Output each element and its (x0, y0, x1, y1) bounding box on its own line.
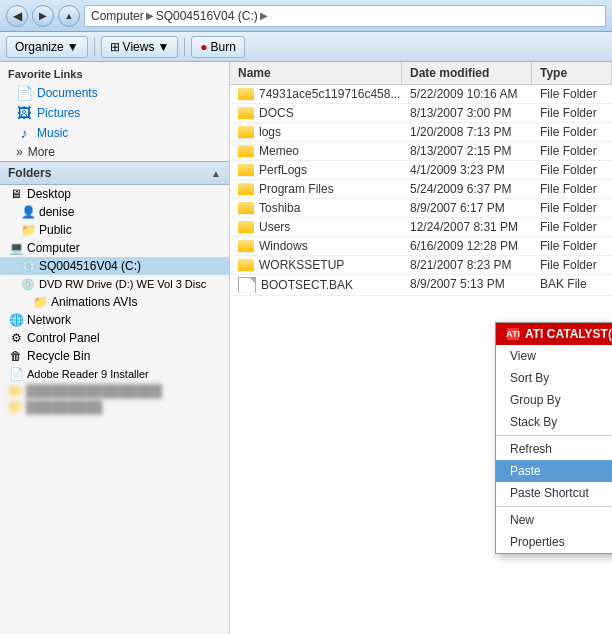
breadcrumb-sep2: ▶ (260, 10, 268, 21)
views-arrow: ▼ (157, 40, 169, 54)
dvd-label: DVD RW Drive (D:) WE Vol 3 Disc (39, 278, 206, 290)
blurred-label-1: ████████████████ (26, 384, 162, 398)
back-button[interactable]: ◀ (6, 5, 28, 27)
context-menu-item-paste-shortcut[interactable]: Paste Shortcut (496, 482, 612, 504)
toolbar-separator-1 (94, 38, 95, 56)
burn-button[interactable]: ● Burn (191, 36, 245, 58)
sidebar-item-adobe[interactable]: 📄 Adobe Reader 9 Installer (0, 365, 229, 383)
adobe-icon: 📄 (8, 366, 24, 382)
context-menu-title: ATI CATALYST(R) Control Center (525, 327, 612, 341)
sidebar-item-drive-c[interactable]: 💿 SQ004516V04 (C:) (0, 257, 229, 275)
network-icon: 🌐 (8, 312, 24, 328)
organize-label: Organize (15, 40, 64, 54)
context-menu-item-properties[interactable]: Properties (496, 531, 612, 553)
sidebar-item-computer[interactable]: 💻 Computer (0, 239, 229, 257)
organize-button[interactable]: Organize ▼ (6, 36, 88, 58)
public-folder-icon: 📁 (20, 222, 36, 238)
context-menu: ATI ATI CATALYST(R) Control Center View▶… (495, 322, 612, 554)
burn-label: Burn (211, 40, 236, 54)
context-menu-item-refresh[interactable]: Refresh (496, 438, 612, 460)
breadcrumb[interactable]: Computer ▶ SQ004516V04 (C:) ▶ (84, 5, 606, 27)
pictures-label: Pictures (37, 106, 80, 120)
views-button[interactable]: ⊞ Views ▼ (101, 36, 179, 58)
sidebar-item-documents[interactable]: 📄 Documents (0, 83, 229, 103)
context-menu-item-group-by[interactable]: Group By▶ (496, 389, 612, 411)
sidebar-item-pictures[interactable]: 🖼 Pictures (0, 103, 229, 123)
computer-label: Computer (27, 241, 80, 255)
context-item-label: Paste Shortcut (510, 486, 589, 500)
context-menu-item-stack-by[interactable]: Stack By▶ (496, 411, 612, 433)
animations-label: Animations AVIs (51, 295, 137, 309)
public-label: Public (39, 223, 72, 237)
folders-header[interactable]: Folders ▲ (0, 161, 229, 185)
sidebar-item-denise[interactable]: 👤 denise (0, 203, 229, 221)
control-panel-icon: ⚙ (8, 330, 24, 346)
desktop-label: Desktop (27, 187, 71, 201)
dvd-icon: 💿 (20, 276, 36, 292)
context-menu-item-new[interactable]: New▶ (496, 509, 612, 531)
music-icon: ♪ (16, 125, 32, 141)
drive-c-label: SQ004516V04 (C:) (39, 259, 141, 273)
context-menu-overlay[interactable]: ATI ATI CATALYST(R) Control Center View▶… (230, 62, 612, 634)
right-panel: Name Date modified Type 74931ace5c119716… (230, 62, 612, 634)
context-item-label: Refresh (510, 442, 552, 456)
animations-folder-icon: 📁 (32, 294, 48, 310)
sidebar-item-blurred-2[interactable]: 📁 █████████ (0, 399, 229, 415)
control-panel-label: Control Panel (27, 331, 100, 345)
breadcrumb-drive: SQ004516V04 (C:) (156, 9, 258, 23)
recycle-bin-icon: 🗑 (8, 348, 24, 364)
blurred-label-2: █████████ (26, 400, 103, 414)
sidebar-item-animations[interactable]: 📁 Animations AVIs (0, 293, 229, 311)
context-separator (496, 435, 612, 436)
user-icon: 👤 (20, 204, 36, 220)
context-menu-header: ATI ATI CATALYST(R) Control Center (496, 323, 612, 345)
music-label: Music (37, 126, 68, 140)
denise-label: denise (39, 205, 74, 219)
sidebar-item-control-panel[interactable]: ⚙ Control Panel (0, 329, 229, 347)
blurred-icon-1: 📁 (8, 384, 23, 398)
context-item-label: Properties (510, 535, 565, 549)
network-label: Network (27, 313, 71, 327)
folders-chevron-icon: ▲ (211, 168, 221, 179)
blurred-icon-2: 📁 (8, 400, 23, 414)
organize-arrow: ▼ (67, 40, 79, 54)
drive-c-icon: 💿 (20, 258, 36, 274)
context-menu-item-view[interactable]: View▶ (496, 345, 612, 367)
ati-icon: ATI (506, 327, 520, 341)
pictures-icon: 🖼 (16, 105, 32, 121)
more-label: More (28, 145, 55, 159)
recycle-label: Recycle Bin (27, 349, 90, 363)
context-items: View▶Sort By▶Group By▶Stack By▶RefreshPa… (496, 345, 612, 553)
sidebar-item-music[interactable]: ♪ Music (0, 123, 229, 143)
context-menu-item-sort-by[interactable]: Sort By▶ (496, 367, 612, 389)
sidebar-item-more[interactable]: » More (0, 143, 229, 161)
context-item-label: New (510, 513, 534, 527)
burn-icon: ● (200, 40, 207, 54)
breadcrumb-sep1: ▶ (146, 10, 154, 21)
sidebar-item-network[interactable]: 🌐 Network (0, 311, 229, 329)
toolbar: Organize ▼ ⊞ Views ▼ ● Burn (0, 32, 612, 62)
views-label: Views (123, 40, 155, 54)
sidebar-item-public[interactable]: 📁 Public (0, 221, 229, 239)
main-layout: Favorite Links 📄 Documents 🖼 Pictures ♪ … (0, 62, 612, 634)
title-bar: ◀ ▶ ▲ Computer ▶ SQ004516V04 (C:) ▶ (0, 0, 612, 32)
computer-icon: 💻 (8, 240, 24, 256)
context-menu-item-paste[interactable]: Paste (496, 460, 612, 482)
context-item-label: Group By (510, 393, 561, 407)
forward-button[interactable]: ▶ (32, 5, 54, 27)
context-item-label: Stack By (510, 415, 557, 429)
documents-icon: 📄 (16, 85, 32, 101)
breadcrumb-computer: Computer (91, 9, 144, 23)
adobe-label: Adobe Reader 9 Installer (27, 368, 149, 380)
double-arrow-icon: » (16, 145, 23, 159)
up-button[interactable]: ▲ (58, 5, 80, 27)
documents-label: Documents (37, 86, 98, 100)
context-item-label: Paste (510, 464, 541, 478)
folders-label: Folders (8, 166, 51, 180)
sidebar-item-recycle[interactable]: 🗑 Recycle Bin (0, 347, 229, 365)
sidebar-item-dvd[interactable]: 💿 DVD RW Drive (D:) WE Vol 3 Disc (0, 275, 229, 293)
favorite-links-title: Favorite Links (0, 62, 229, 83)
sidebar-item-blurred-1[interactable]: 📁 ████████████████ (0, 383, 229, 399)
sidebar-item-desktop[interactable]: 🖥 Desktop (0, 185, 229, 203)
context-separator (496, 506, 612, 507)
